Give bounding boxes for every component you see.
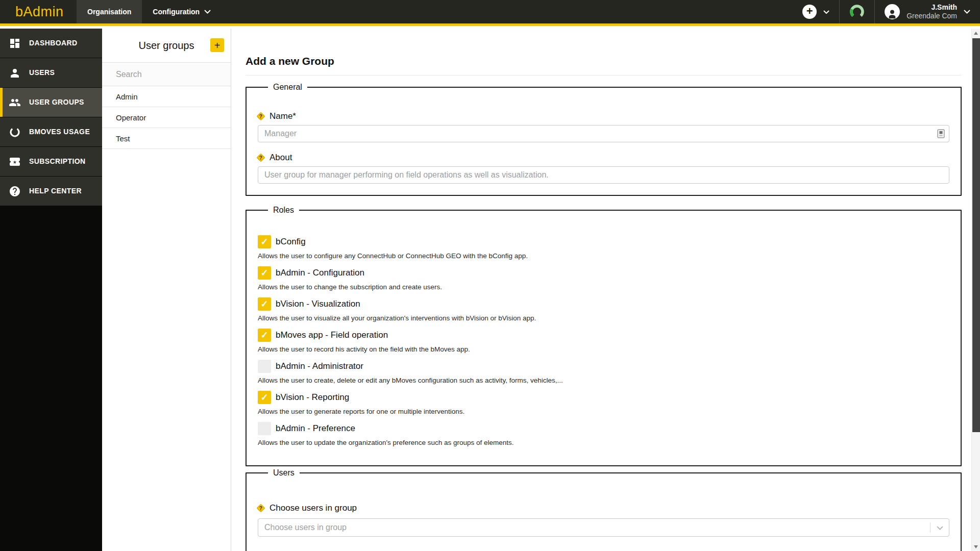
help-icon[interactable]: ? [257, 154, 265, 162]
list-item-operator[interactable]: Operator [102, 107, 231, 128]
name-label: Name* [270, 111, 296, 121]
page-title: Add a new Group [246, 55, 962, 67]
user-organisation: Greendale Com [906, 12, 957, 21]
menu-tab-configuration[interactable]: Configuration [142, 0, 222, 23]
role-checkbox-row[interactable]: bConfig [258, 235, 949, 248]
role-title: bVision - Visualization [276, 299, 360, 309]
help-icon[interactable]: ? [257, 112, 265, 121]
sidebar-item-label: DASHBOARD [29, 39, 90, 47]
checkbox[interactable] [258, 422, 271, 435]
role-title: bConfig [276, 237, 306, 247]
choose-users-select[interactable]: Choose users in group [258, 518, 949, 537]
chevron-down-icon [937, 526, 943, 530]
usage-gauge-group[interactable] [839, 0, 874, 23]
panel-header: User groups + [102, 29, 231, 62]
role-checkbox-row[interactable]: bMoves app - Field operation [258, 329, 949, 342]
topbar-spacer [222, 0, 793, 23]
title-divider [246, 75, 962, 76]
add-group-button[interactable]: + [210, 38, 224, 52]
chevron-down-icon[interactable] [823, 10, 829, 14]
help-icon[interactable]: ? [257, 504, 265, 513]
search-input[interactable] [102, 63, 231, 86]
user-menu[interactable]: J.Smith Greendale Com [874, 0, 980, 23]
sidebar-item-label: BMOVES USAGE [29, 128, 90, 136]
role-description: Allows the user to update the organizati… [258, 439, 949, 446]
role-checkbox-row[interactable]: bVision - Visualization [258, 297, 949, 311]
choose-users-label: Choose users in group [270, 503, 357, 513]
name-label-row: ? Name* [258, 111, 949, 121]
role-description: Allows the user to create, delete or edi… [258, 377, 949, 384]
role-bvision-visualization: bVision - Visualization Allows the user … [258, 297, 949, 322]
about-input[interactable] [258, 166, 949, 184]
user-groups-icon [9, 96, 21, 109]
role-description: Allows the user to generate reports for … [258, 408, 949, 415]
role-badmin-preference: bAdmin - Preference Allows the user to u… [258, 422, 949, 446]
chevron-down-icon [964, 10, 970, 14]
role-description: Allows the user to change the subscripti… [258, 283, 949, 291]
sidebar-item-help-center[interactable]: HELP CENTER [0, 177, 102, 206]
about-input-wrap [258, 166, 949, 184]
role-bvision-reporting: bVision - Reporting Allows the user to g… [258, 391, 949, 415]
name-input[interactable] [258, 125, 949, 142]
help-circle-icon [9, 185, 21, 197]
user-info: J.Smith Greendale Com [906, 3, 957, 21]
checkbox[interactable] [258, 360, 271, 373]
menu-tab-organisation[interactable]: Organisation [77, 0, 142, 23]
menu-tab-label: Configuration [153, 8, 200, 16]
user-name: J.Smith [906, 3, 957, 12]
select-divider [930, 522, 930, 533]
checkbox[interactable] [258, 391, 271, 404]
general-section: General ? Name* ? About [246, 83, 962, 196]
role-checkbox-row[interactable]: bVision - Reporting [258, 391, 949, 404]
select-placeholder: Choose users in group [264, 523, 347, 532]
checkbox[interactable] [258, 266, 271, 280]
app-logo[interactable]: bAdmin [0, 0, 77, 23]
sidebar-item-label: USERS [29, 68, 90, 77]
checkbox[interactable] [258, 235, 271, 248]
role-badmin-administrator: bAdmin - Administrator Allows the user t… [258, 360, 949, 384]
role-checkbox-row[interactable]: bAdmin - Administrator [258, 360, 949, 373]
roles-section: Roles bConfig Allows the user to configu… [246, 206, 962, 466]
role-checkbox-row[interactable]: bAdmin - Configuration [258, 266, 949, 280]
usage-gauge-icon [849, 4, 865, 19]
sidebar-item-users[interactable]: USERS [0, 58, 102, 87]
role-badmin-configuration: bAdmin - Configuration Allows the user t… [258, 266, 949, 291]
autofill-icon[interactable] [937, 129, 945, 138]
sidebar-item-bmoves-usage[interactable]: BMOVES USAGE [0, 117, 102, 146]
sidebar-item-label: SUBSCRIPTION [29, 157, 90, 166]
scroll-up-arrow[interactable] [972, 29, 980, 37]
role-title: bVision - Reporting [276, 392, 349, 403]
sidebar-item-dashboard[interactable]: DASHBOARD [0, 29, 102, 58]
name-input-wrap [258, 125, 949, 142]
checkbox[interactable] [258, 329, 271, 342]
users-section: Users ? Choose users in group Choose use… [246, 468, 962, 551]
checkbox[interactable] [258, 297, 271, 311]
list-item-test[interactable]: Test [102, 128, 231, 149]
usage-ring-icon [9, 126, 21, 138]
role-checkbox-row[interactable]: bAdmin - Preference [258, 422, 949, 435]
quick-add-group: + [793, 0, 839, 23]
role-description: Allows the user to record his activity o… [258, 345, 949, 353]
about-label: About [270, 153, 292, 163]
role-title: bAdmin - Preference [276, 423, 355, 434]
scroll-down-arrow[interactable] [972, 542, 980, 551]
vertical-scrollbar[interactable] [971, 29, 980, 551]
sidebar-item-label: USER GROUPS [29, 98, 90, 107]
sidebar-item-subscription[interactable]: SUBSCRIPTION [0, 147, 102, 176]
roles-legend: Roles [268, 206, 299, 215]
sidebar-item-label: HELP CENTER [29, 187, 90, 195]
role-title: bAdmin - Configuration [276, 268, 364, 278]
sidebar-item-user-groups[interactable]: USER GROUPS [0, 88, 102, 117]
role-title: bMoves app - Field operation [276, 330, 388, 340]
search-row [102, 62, 231, 86]
sidebar: DASHBOARD USERS USER GROUPS BMOVES USAGE… [0, 29, 102, 551]
add-circle-button[interactable]: + [802, 5, 817, 19]
panel-title: User groups [139, 40, 194, 52]
choose-users-label-row: ? Choose users in group [258, 503, 949, 513]
list-item-admin[interactable]: Admin [102, 86, 231, 107]
role-bconfig: bConfig Allows the user to configure any… [258, 235, 949, 260]
role-title: bAdmin - Administrator [276, 361, 363, 371]
scrollbar-thumb[interactable] [972, 38, 980, 432]
main-content: Add a new Group General ? Name* ? About … [231, 29, 971, 551]
menu-tab-label: Organisation [87, 8, 131, 16]
